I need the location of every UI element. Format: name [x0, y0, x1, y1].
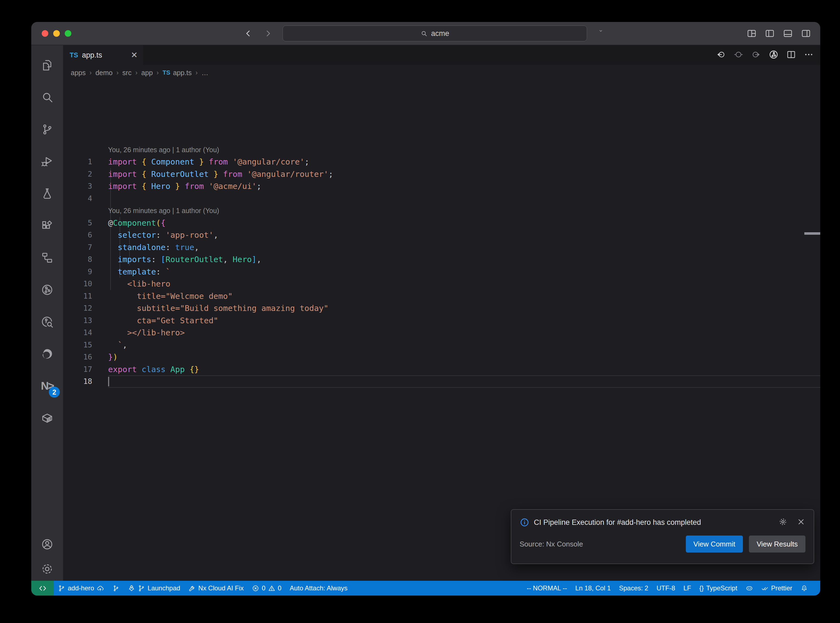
double-check-icon	[761, 585, 769, 592]
activity-extensions[interactable]	[31, 210, 63, 242]
formatter-item[interactable]: Prettier	[757, 581, 796, 595]
status-bar: add-heroLaunchpadNx Cloud AI Fix00Auto A…	[31, 581, 820, 595]
navigate-back-button[interactable]	[244, 29, 253, 38]
indentation-item-label: Spaces: 2	[619, 584, 648, 592]
close-window-button[interactable]	[42, 30, 48, 37]
notification-settings-gear-icon[interactable]	[779, 517, 787, 527]
line-number: 10	[63, 278, 108, 290]
history-forward-icon[interactable]	[751, 50, 761, 61]
notifications-bell-item[interactable]	[796, 581, 812, 595]
notification-title: CI Pipeline Execution for #add-hero has …	[534, 518, 769, 527]
activity-swirl[interactable]	[31, 338, 63, 370]
view-results-button[interactable]: View Results	[749, 536, 805, 552]
nx-cloud-ai-fix-item[interactable]: Nx Cloud AI Fix	[184, 581, 248, 595]
breadcrumb-separator: ›	[196, 69, 198, 77]
toggle-sidebar-button[interactable]	[765, 29, 775, 40]
toggle-panel-button[interactable]	[783, 29, 793, 40]
notification-source: Source: Nx Console	[520, 540, 680, 548]
breadcrumb-item-appts[interactable]: app.ts	[173, 69, 192, 77]
git-branch-item[interactable]: add-hero	[54, 581, 108, 595]
copilot-item[interactable]	[742, 581, 757, 595]
code-line-9: 9 template: `	[63, 266, 820, 278]
close-tab-icon[interactable]: ✕	[131, 51, 138, 59]
copilot-menu-button[interactable]	[598, 28, 604, 34]
activity-bar: N>2	[31, 45, 63, 581]
eol-item[interactable]: LF	[679, 581, 695, 595]
breadcrumb-item-app[interactable]: app	[141, 69, 153, 77]
tab-bar: TS app.ts ✕	[63, 45, 820, 65]
language-item[interactable]: {}TypeScript	[695, 581, 741, 595]
activity-explorer[interactable]	[31, 49, 63, 81]
breadcrumb-separator: ›	[116, 69, 118, 77]
activity-container[interactable]	[31, 402, 63, 434]
auto-attach-item-label: Auto Attach: Always	[290, 584, 347, 592]
breadcrumb-item-apps[interactable]: apps	[71, 69, 86, 77]
command-center-search[interactable]: acme	[283, 26, 587, 41]
breadcrumb-item-demo[interactable]: demo	[95, 69, 113, 77]
formatter-item-label: Prettier	[771, 584, 792, 592]
line-number: 15	[63, 339, 108, 351]
activity-source-control[interactable]	[31, 113, 63, 145]
activity-testing[interactable]	[31, 177, 63, 210]
code-line-11: 11 title="Welcmoe demo"	[63, 290, 820, 302]
history-back-icon[interactable]	[716, 50, 726, 61]
auto-attach-item[interactable]: Auto Attach: Always	[286, 581, 352, 595]
line-number: 7	[63, 241, 108, 254]
history-current-icon[interactable]	[734, 50, 743, 61]
line-number: 1	[63, 156, 108, 168]
testing-icon	[41, 187, 54, 200]
minimize-window-button[interactable]	[53, 30, 60, 37]
commit-graph-item[interactable]	[108, 581, 124, 595]
breadcrumb-separator: ›	[135, 69, 137, 77]
vim-mode-item[interactable]: -- NORMAL --	[523, 581, 571, 595]
encoding-item[interactable]: UTF-8	[653, 581, 679, 595]
zoom-window-button[interactable]	[65, 30, 71, 37]
branch-icon	[58, 585, 65, 592]
activity-settings[interactable]	[31, 563, 63, 575]
breadcrumb-separator: ›	[89, 69, 92, 77]
code-line-1: 1import { Component } from '@angular/cor…	[63, 156, 820, 168]
activity-gitlens-search[interactable]	[31, 306, 63, 338]
line-number: 5	[63, 217, 108, 229]
customize-layout-button[interactable]	[747, 29, 757, 40]
titlebar: acme	[31, 22, 820, 45]
commit-graph-icon[interactable]	[769, 50, 779, 61]
code-line-8: 8 imports: [RouterOutlet, Hero],	[63, 253, 820, 266]
launchpad-item[interactable]: Launchpad	[124, 581, 184, 595]
nx-cloud-ai-fix-item-label: Nx Cloud AI Fix	[198, 584, 244, 592]
breadcrumb-item-src[interactable]: src	[122, 69, 131, 77]
activity-nx-console[interactable]: N>2	[31, 370, 63, 402]
activity-gitlens[interactable]	[31, 274, 63, 306]
code-editor[interactable]: You, 26 minutes ago | 1 author (You)1imp…	[63, 80, 820, 581]
remote-indicator[interactable]	[31, 581, 54, 595]
line-number: 13	[63, 315, 108, 327]
notification-close-icon[interactable]	[797, 517, 805, 527]
notification-toast: CI Pipeline Execution for #add-hero has …	[511, 509, 814, 564]
source-control-icon	[41, 123, 54, 136]
view-commit-button[interactable]: View Commit	[686, 536, 743, 552]
code-line-18: 18	[63, 375, 820, 388]
activity-references[interactable]	[31, 242, 63, 274]
language-item-label: {}	[699, 584, 704, 592]
breadcrumb-item-[interactable]: …	[201, 69, 208, 77]
line-number: 12	[63, 302, 108, 315]
breadcrumb-separator: ›	[157, 69, 159, 77]
toggle-secondary-sidebar-button[interactable]	[801, 29, 811, 40]
cursor-position-item[interactable]: Ln 18, Col 1	[571, 581, 615, 595]
explorer-icon	[41, 59, 54, 72]
split-editor-icon[interactable]	[786, 50, 796, 61]
tab-app-ts[interactable]: TS app.ts ✕	[63, 45, 143, 65]
code-line-6: 6 selector: 'app-root',	[63, 229, 820, 241]
chevron-down-icon	[598, 28, 604, 34]
problems-item-label: 0	[262, 584, 265, 592]
indentation-item[interactable]: Spaces: 2	[615, 581, 653, 595]
problems-item[interactable]: 00	[248, 581, 286, 595]
activity-search[interactable]	[31, 81, 63, 113]
activity-accounts[interactable]	[31, 538, 63, 551]
activity-run-debug[interactable]	[31, 145, 63, 177]
extensions-icon	[41, 219, 54, 232]
navigate-forward-button[interactable]	[263, 29, 273, 38]
line-number: 4	[63, 192, 108, 205]
code-line-10: 10 <lib-hero	[63, 278, 820, 290]
more-actions-icon[interactable]	[804, 50, 814, 61]
